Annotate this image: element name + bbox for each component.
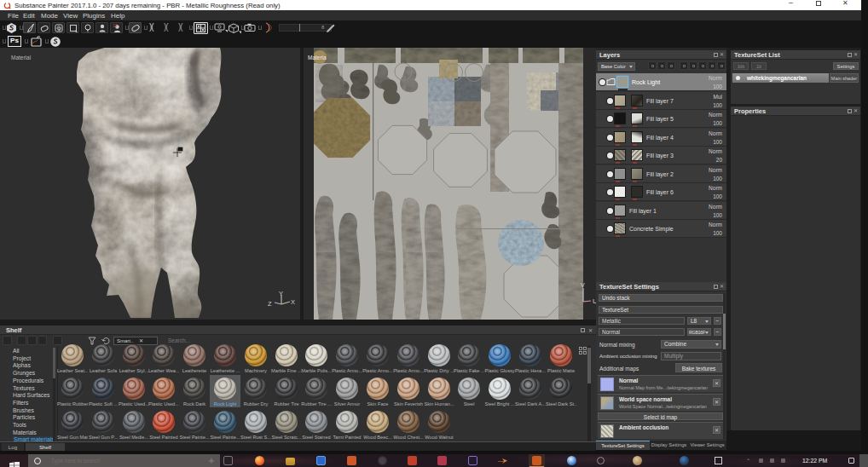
svg-text:X: X [291, 298, 295, 306]
svg-text:12: 12 [113, 24, 119, 28]
svg-text:Z: Z [268, 300, 272, 308]
svg-text:Y: Y [279, 290, 283, 297]
svg-text:V: V [581, 282, 585, 288]
